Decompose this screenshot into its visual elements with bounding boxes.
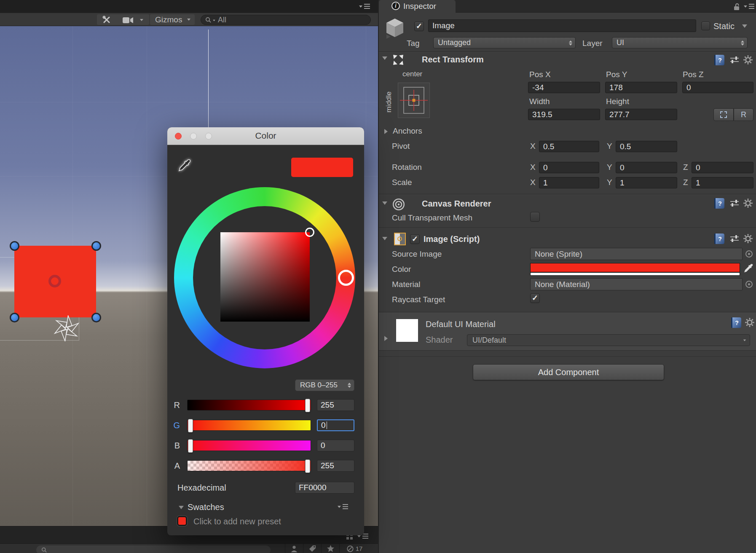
help-icon[interactable]: ? bbox=[714, 234, 724, 244]
object-picker-icon[interactable] bbox=[745, 281, 753, 288]
swatches-foldout[interactable] bbox=[179, 506, 184, 509]
scale-z-field[interactable]: 1 bbox=[692, 177, 753, 188]
scale-x-field[interactable]: 1 bbox=[539, 177, 599, 188]
image-script-foldout[interactable] bbox=[382, 237, 387, 240]
swatch-preset-chip[interactable] bbox=[177, 516, 187, 526]
source-image-field[interactable]: None (Sprite) bbox=[530, 248, 743, 260]
eyedropper-tool-icon[interactable] bbox=[177, 158, 192, 173]
scale-y-field[interactable]: 1 bbox=[616, 177, 677, 188]
height-field[interactable]: 277.7 bbox=[605, 109, 677, 120]
corner-handle[interactable] bbox=[91, 313, 101, 322]
alpha-slider[interactable] bbox=[187, 460, 311, 471]
scene-menu-arrow-icon[interactable] bbox=[359, 5, 362, 8]
pos-y-field[interactable]: 178 bbox=[605, 82, 677, 93]
gizmos-button[interactable]: Gizmos bbox=[150, 14, 195, 25]
rect-transform-foldout[interactable] bbox=[382, 56, 387, 60]
color-swatch-field[interactable] bbox=[530, 263, 740, 276]
collab-button[interactable] bbox=[285, 544, 303, 553]
tag-dropdown[interactable]: Untagged bbox=[433, 37, 576, 48]
red-slider[interactable] bbox=[187, 400, 311, 411]
inspector-menu-icon[interactable] bbox=[749, 4, 754, 9]
shader-value: UI/Default bbox=[472, 336, 506, 345]
hierarchy-search-input[interactable] bbox=[36, 545, 271, 553]
tools-icon[interactable] bbox=[102, 15, 111, 24]
scene-menu-icon[interactable] bbox=[364, 4, 370, 9]
pivot-x-field[interactable]: 0.5 bbox=[539, 141, 599, 152]
alpha-value-field[interactable]: 255 bbox=[317, 460, 354, 472]
canvas-renderer-foldout[interactable] bbox=[382, 201, 387, 205]
swatches-menu-icon[interactable] bbox=[343, 504, 348, 509]
pivot-ring[interactable] bbox=[48, 275, 61, 287]
rotation-z-field[interactable]: 0 bbox=[692, 162, 753, 173]
window-titlebar[interactable]: Color bbox=[167, 127, 364, 145]
hexadecimal-field[interactable]: FF0000 bbox=[295, 482, 354, 494]
gameobject-active-checkbox[interactable] bbox=[414, 21, 424, 31]
raw-edit-button[interactable]: R bbox=[734, 108, 753, 121]
layer-dropdown[interactable]: UI bbox=[612, 37, 748, 48]
corner-handle[interactable] bbox=[91, 241, 101, 251]
tag-filter-button[interactable] bbox=[303, 544, 321, 553]
blueprint-mode-button[interactable] bbox=[713, 108, 734, 121]
material-field[interactable]: None (Material) bbox=[530, 278, 743, 290]
raycast-target-checkbox[interactable] bbox=[530, 293, 540, 303]
camera-icon[interactable] bbox=[122, 16, 134, 24]
gear-icon[interactable] bbox=[743, 198, 753, 208]
pos-z-field[interactable]: 0 bbox=[682, 82, 753, 93]
pivot-y-field[interactable]: 0.5 bbox=[616, 141, 677, 152]
anchors-foldout[interactable] bbox=[384, 129, 388, 134]
blue-slider[interactable] bbox=[187, 440, 311, 451]
gear-icon[interactable] bbox=[743, 55, 753, 65]
presets-icon[interactable] bbox=[730, 56, 739, 64]
swatches-menu-arrow-icon[interactable] bbox=[338, 506, 341, 508]
help-icon[interactable]: ? bbox=[714, 55, 724, 65]
presets-icon[interactable] bbox=[730, 200, 739, 207]
rotation-y-field[interactable]: 0 bbox=[616, 162, 677, 173]
height-label: Height bbox=[606, 97, 629, 106]
tab-inspector[interactable]: i Inspector bbox=[379, 0, 456, 13]
favorites-button[interactable] bbox=[321, 544, 339, 553]
pinwheel-gizmo-icon[interactable] bbox=[53, 315, 80, 341]
static-checkbox[interactable] bbox=[701, 21, 710, 30]
shader-dropdown[interactable]: UI/Default bbox=[467, 334, 750, 346]
blue-value-field[interactable]: 0 bbox=[317, 440, 354, 451]
panel-menu-arrow-icon[interactable] bbox=[357, 535, 361, 537]
static-dropdown-icon[interactable] bbox=[742, 24, 747, 28]
help-icon[interactable]: ? bbox=[731, 317, 741, 328]
gear-icon[interactable] bbox=[745, 317, 755, 328]
sv-marker[interactable] bbox=[305, 228, 314, 237]
inspector-menu-arrow-icon[interactable] bbox=[744, 5, 747, 8]
sv-square[interactable] bbox=[220, 232, 310, 322]
lock-icon[interactable] bbox=[733, 3, 741, 11]
rotation-x-field[interactable]: 0 bbox=[539, 162, 599, 173]
cull-transparent-mesh-checkbox[interactable] bbox=[530, 212, 540, 222]
panel-menu-icon[interactable] bbox=[362, 534, 368, 539]
add-component-button[interactable]: Add Component bbox=[473, 364, 664, 380]
anchor-preset-button[interactable] bbox=[398, 83, 430, 118]
image-script-enabled-checkbox[interactable] bbox=[410, 234, 420, 244]
object-picker-icon[interactable] bbox=[745, 250, 753, 258]
camera-dropdown-icon[interactable] bbox=[140, 19, 143, 21]
scene-search-input[interactable]: All bbox=[201, 15, 371, 25]
red-slider-thumb[interactable] bbox=[305, 399, 310, 412]
presets-icon[interactable] bbox=[730, 235, 739, 242]
gameobject-name-field[interactable]: Image bbox=[428, 19, 696, 32]
green-slider-thumb[interactable] bbox=[188, 419, 193, 432]
blue-slider-thumb[interactable] bbox=[188, 439, 193, 453]
hue-marker[interactable] bbox=[338, 270, 354, 286]
green-value-field[interactable]: 0 bbox=[317, 419, 354, 431]
red-value-field[interactable]: 255 bbox=[317, 399, 354, 411]
corner-handle[interactable] bbox=[10, 241, 19, 251]
alpha-slider-thumb[interactable] bbox=[305, 459, 310, 473]
eyedropper-icon[interactable] bbox=[743, 263, 754, 274]
add-preset-hint[interactable]: Click to add new preset bbox=[193, 517, 281, 526]
gear-icon[interactable] bbox=[743, 234, 753, 244]
scene-visibility-button[interactable]: 17 bbox=[339, 544, 369, 553]
corner-handle[interactable] bbox=[10, 313, 19, 322]
material-preview-thumbnail[interactable] bbox=[396, 319, 418, 342]
help-icon[interactable]: ? bbox=[714, 198, 724, 209]
material-foldout[interactable] bbox=[384, 336, 388, 341]
green-slider[interactable] bbox=[187, 420, 311, 431]
color-mode-dropdown[interactable]: RGB 0–255 bbox=[295, 379, 354, 391]
width-field[interactable]: 319.5 bbox=[528, 109, 600, 120]
pos-x-field[interactable]: -34 bbox=[528, 82, 600, 93]
